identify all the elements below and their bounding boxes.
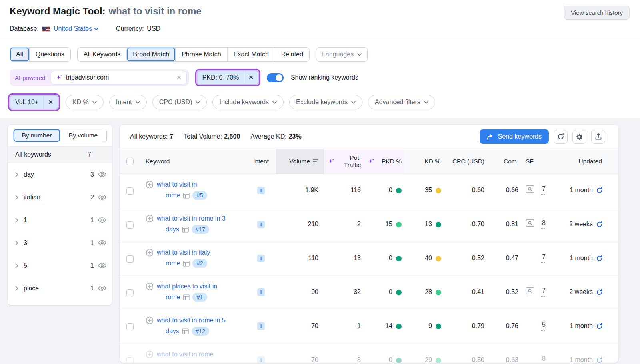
ranking-position-badge[interactable]: #12 <box>192 327 209 336</box>
pkd-filter-chip[interactable]: PKD: 0–70% ✕ <box>198 71 258 84</box>
refresh-metrics-icon[interactable] <box>596 187 603 194</box>
match-tab[interactable]: Questions <box>29 48 70 61</box>
add-keyword-icon[interactable] <box>146 215 154 223</box>
keyword-link[interactable]: what to visit in rome in 5 <box>157 317 226 324</box>
keyword-group-item[interactable]: italian 2 <box>8 186 112 209</box>
filter-dropdown[interactable]: Include keywords <box>212 95 284 109</box>
keyword-link-line2[interactable]: rome <box>166 192 180 199</box>
serp-preview-icon[interactable] <box>183 294 190 300</box>
col-kd[interactable]: KD % <box>404 149 446 174</box>
row-checkbox[interactable] <box>126 323 134 330</box>
add-keyword-icon[interactable] <box>146 350 154 358</box>
sf-count[interactable]: 7 <box>541 287 546 297</box>
eye-icon[interactable] <box>98 217 106 223</box>
add-keyword-icon[interactable] <box>146 282 154 290</box>
keyword-group-item[interactable]: 5 1 <box>8 254 112 277</box>
refresh-metrics-icon[interactable] <box>596 323 603 330</box>
keyword-group-item[interactable]: 1 1 <box>8 209 112 231</box>
ranking-position-badge[interactable]: #1 <box>192 293 207 302</box>
serp-features-icon[interactable] <box>526 287 534 294</box>
keyword-group-item[interactable]: place 1 <box>8 277 112 300</box>
col-sf[interactable]: SF <box>524 149 554 174</box>
sf-count[interactable]: 7 <box>541 185 546 195</box>
match-tab[interactable]: Broad Match <box>126 48 175 61</box>
row-checkbox[interactable] <box>126 357 134 363</box>
keyword-link-line2[interactable]: rome <box>166 260 180 267</box>
serp-preview-icon[interactable] <box>183 261 190 267</box>
filter-dropdown[interactable]: CPC (USD) <box>152 95 207 109</box>
col-pkd[interactable]: PKD % <box>364 149 404 174</box>
keyword-group-item[interactable]: day 3 <box>8 163 112 186</box>
refresh-metrics-icon[interactable] <box>596 357 603 363</box>
show-ranking-keywords-toggle[interactable] <box>267 73 284 82</box>
ranking-position-badge[interactable]: #17 <box>192 225 209 234</box>
eye-icon[interactable] <box>98 194 106 200</box>
intent-badge[interactable]: I <box>257 288 265 296</box>
intent-badge[interactable]: I <box>257 322 265 330</box>
row-checkbox[interactable] <box>126 289 134 296</box>
keyword-link[interactable]: what to visit in <box>157 181 197 188</box>
sf-count[interactable]: 7 <box>541 253 546 263</box>
row-checkbox[interactable] <box>126 221 134 229</box>
row-checkbox[interactable] <box>126 255 134 263</box>
languages-dropdown[interactable]: Languages <box>316 47 368 62</box>
col-pot-traffic[interactable]: Pot. Traffic <box>324 149 364 174</box>
select-all-checkbox[interactable] <box>126 158 134 165</box>
remove-vol-filter-icon[interactable]: ✕ <box>43 96 58 109</box>
filter-dropdown[interactable]: KD % <box>66 95 104 109</box>
col-cpc[interactable]: CPC (USD) <box>446 149 490 174</box>
filter-dropdown[interactable]: Intent <box>109 95 147 109</box>
match-tab[interactable]: Exact Match <box>227 48 275 61</box>
group-sort-tab[interactable]: By number <box>14 129 60 142</box>
serp-features-icon[interactable] <box>526 185 534 193</box>
refresh-metrics-icon[interactable] <box>596 289 603 296</box>
sf-count[interactable]: 8 <box>541 355 546 363</box>
eye-icon[interactable] <box>98 240 106 246</box>
match-tab[interactable]: All Keywords <box>78 48 126 61</box>
row-checkbox[interactable] <box>126 187 134 195</box>
eye-icon[interactable] <box>98 285 106 291</box>
serp-preview-icon[interactable] <box>182 328 189 334</box>
ranking-position-badge[interactable]: #2 <box>192 259 207 268</box>
intent-badge[interactable]: I <box>257 221 265 228</box>
keyword-link[interactable]: what to visit in italy <box>157 249 210 256</box>
settings-gear-button[interactable] <box>572 130 586 144</box>
keyword-link-line2[interactable]: days <box>166 226 179 233</box>
add-keyword-icon[interactable] <box>146 181 154 189</box>
match-tab[interactable]: All <box>10 48 29 61</box>
serp-preview-icon[interactable] <box>183 193 190 199</box>
database-selector[interactable]: United States <box>54 25 98 32</box>
view-search-history-button[interactable]: View search history <box>564 6 630 20</box>
clear-domain-icon[interactable]: ✕ <box>176 74 182 81</box>
add-keyword-icon[interactable] <box>146 316 154 324</box>
eye-icon[interactable] <box>98 171 106 177</box>
add-keyword-icon[interactable] <box>146 249 154 257</box>
keyword-link-line2[interactable]: days <box>166 328 179 335</box>
export-button[interactable] <box>591 130 605 144</box>
serp-preview-icon[interactable] <box>182 227 189 233</box>
domain-input[interactable] <box>66 74 173 81</box>
vol-filter-chip[interactable]: Vol: 10+ ✕ <box>10 96 58 109</box>
col-keyword[interactable]: Keyword <box>140 149 246 174</box>
filter-dropdown[interactable]: Exclude keywords <box>289 95 362 109</box>
filter-dropdown[interactable]: Advanced filters <box>368 95 435 109</box>
keyword-link[interactable]: what to visit in rome <box>157 351 213 358</box>
sf-count[interactable]: 8 <box>541 219 546 229</box>
ranking-position-badge[interactable]: #5 <box>192 191 207 200</box>
keyword-link-line2[interactable]: rome <box>166 294 180 301</box>
refresh-button[interactable] <box>554 130 568 144</box>
all-keywords-row[interactable]: All keywords 7 <box>8 146 112 163</box>
refresh-metrics-icon[interactable] <box>596 221 603 228</box>
eye-icon[interactable] <box>98 263 106 269</box>
send-keywords-button[interactable]: Send keywords <box>480 129 549 144</box>
sf-count[interactable]: 5 <box>541 321 546 331</box>
refresh-metrics-icon[interactable] <box>596 255 603 262</box>
col-volume[interactable]: Volume <box>276 149 324 174</box>
serp-features-icon[interactable] <box>526 219 534 227</box>
match-tab[interactable]: Related <box>275 48 309 61</box>
keyword-group-item[interactable]: 3 1 <box>8 231 112 254</box>
match-tab[interactable]: Phrase Match <box>175 48 227 61</box>
intent-badge[interactable]: I <box>257 255 265 262</box>
col-intent[interactable]: Intent <box>246 149 276 174</box>
col-updated[interactable]: Updated <box>554 149 618 174</box>
